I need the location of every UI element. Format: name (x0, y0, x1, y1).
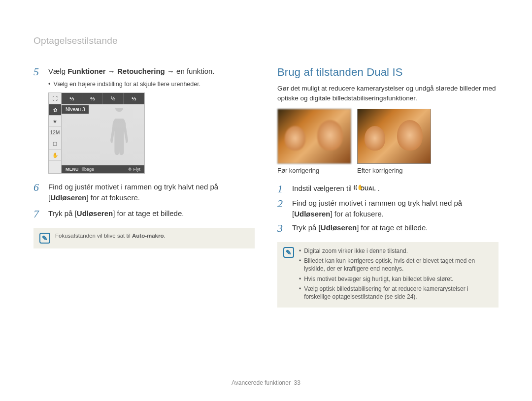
camera-level-label: Niveau 3 (62, 105, 89, 114)
camera-sidebar-icon: ⛶ (49, 93, 61, 104)
step-number: 3 (277, 222, 287, 234)
note-text: Fokusafstanden vil blive sat til Auto-ma… (55, 233, 249, 244)
step-text: Vælg Funktioner → Retouchering → en funk… (48, 66, 255, 78)
camera-sidebar-icon: ✋ (49, 150, 61, 161)
sample-image-before (277, 109, 351, 164)
left-column: 5 Vælg Funktioner → Retouchering → en fu… (33, 35, 255, 308)
intro-text: Gør det muligt at reducere kamerarystels… (277, 84, 499, 103)
camera-sidebar-icon: 12M (49, 127, 61, 138)
caption-row: Før korrigering Efter korrigering (277, 167, 499, 174)
step-number: 5 (33, 66, 43, 78)
note-list: Digital zoom virker ikke i denne tilstan… (299, 247, 493, 303)
note-box: ✎ Digital zoom virker ikke i denne tilst… (277, 242, 499, 308)
caption-after: Efter korrigering (357, 167, 431, 174)
camera-top-icon: ⅓ (62, 93, 82, 104)
dual-mode-icon: DUAL (354, 185, 376, 193)
camera-sidebar-icon: ★ (49, 116, 61, 127)
caption-before: Før korrigering (277, 167, 351, 174)
camera-top-icon: ⅓ (124, 93, 144, 104)
right-column: Brug af tilstanden Dual IS Gør det mulig… (277, 35, 499, 308)
step-number: 6 (33, 182, 43, 203)
camera-top-icon: ⅔ (82, 93, 103, 104)
note-icon: ✎ (39, 233, 50, 244)
note-icon: ✎ (283, 247, 294, 258)
step-7: 7 Tryk på [Udløseren] for at tage et bil… (33, 208, 255, 220)
note-box: ✎ Fokusafstanden vil blive sat til Auto-… (33, 228, 255, 248)
person-silhouette-icon (105, 108, 133, 162)
step-number: 7 (33, 208, 43, 220)
note-item: Vælg optisk billedstabilisering for at r… (299, 285, 493, 301)
camera-move: ✥ Flyt (128, 167, 140, 172)
step-5: 5 Vælg Funktioner → Retouchering → en fu… (33, 66, 255, 78)
note-item: Digital zoom virker ikke i denne tilstan… (299, 247, 493, 255)
step-number: 2 (277, 198, 287, 219)
step-5-subnote: Vælg en højere indstilling for at skjule… (48, 81, 255, 88)
camera-screenshot: ⛶ ✿ ★ 12M ☐ ✋ ⅓ ⅔ ½ ⅓ Niveau 3 M (48, 93, 145, 174)
image-comparison-row (277, 109, 499, 164)
step-number: 1 (277, 183, 287, 195)
camera-sidebar: ⛶ ✿ ★ 12M ☐ ✋ (49, 93, 62, 173)
page-footer: Avancerede funktioner 33 (0, 379, 532, 386)
camera-top-row: ⅓ ⅔ ½ ⅓ (62, 93, 144, 104)
camera-sidebar-icon: ✿ (49, 104, 61, 116)
step-text: Indstil vælgeren til DUAL . (292, 183, 499, 195)
step-text: Tryk på [Udløseren] for at tage et bille… (292, 222, 499, 234)
step-text: Tryk på [Udløseren] for at tage et bille… (48, 208, 255, 220)
section-title: Brug af tilstanden Dual IS (277, 66, 499, 79)
step-text: Find og justér motivet i rammen og tryk … (292, 198, 499, 219)
note-item: Billedet kan kun korrigeres optisk, hvis… (299, 257, 493, 273)
sample-image-after (357, 109, 431, 164)
step-2: 2 Find og justér motivet i rammen og try… (277, 198, 499, 219)
camera-main-area: ⅓ ⅔ ½ ⅓ Niveau 3 MENU Tilbage ✥ Flyt (62, 93, 144, 173)
camera-back: MENU Tilbage (66, 167, 94, 172)
step-3: 3 Tryk på [Udløseren] for at tage et bil… (277, 222, 499, 234)
camera-top-icon: ½ (103, 93, 124, 104)
step-1: 1 Indstil vælgeren til DUAL . (277, 183, 499, 195)
step-text: Find og justér motivet i rammen og tryk … (48, 182, 255, 203)
camera-sidebar-icon: ☐ (49, 138, 61, 150)
camera-footer: MENU Tilbage ✥ Flyt (62, 165, 144, 173)
step-6: 6 Find og justér motivet i rammen og try… (33, 182, 255, 203)
note-item: Hvis motivet bevæger sig hurtigt, kan bi… (299, 275, 493, 283)
